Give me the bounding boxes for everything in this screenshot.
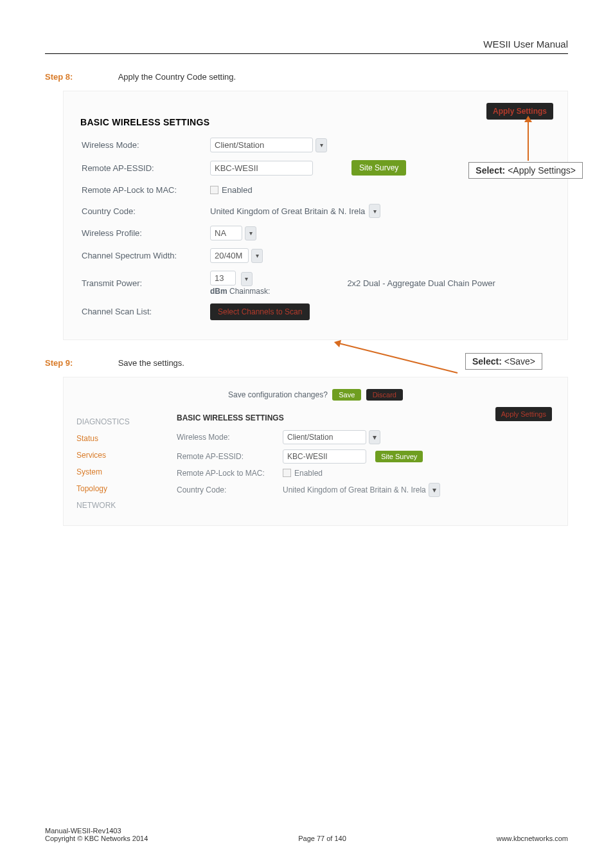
dbm-label: dBm [210,287,227,296]
mini-site-survey-button[interactable]: Site Survey [375,451,423,462]
callout-apply-settings: Select: <Apply Settings> [468,162,583,179]
row-remote-ap-lock: Remote AP-Lock to MAC: Enabled [80,179,551,200]
remote-ap-essid-label: Remote AP-ESSID: [82,163,210,173]
select-channels-button[interactable]: Select Channels to Scan [210,303,310,320]
doc-footer: Manual-WESII-Rev1403 Copyright © KBC Net… [45,827,568,842]
chevron-down-icon[interactable]: ▾ [241,272,253,286]
sidebar-item-services[interactable]: Services [75,447,159,464]
sidebar-item-topology[interactable]: Topology [75,480,159,497]
save-prompt: Save configuration changes? [228,390,328,399]
wireless-mode-label: Wireless Mode: [82,140,210,150]
chevron-down-icon[interactable]: ▾ [315,138,327,152]
mini-remote-ap-lock-checkbox[interactable] [283,469,291,477]
row-transmit-power: Transmit Power: 13 ▾ dBm Chainmask: 2x2 … [80,267,551,300]
mini-country-code-value: United Kingdom of Great Britain & N. Ire… [283,485,426,494]
callout1-prefix: Select: [475,165,505,176]
row-channel-scan-list: Channel Scan List: Select Channels to Sc… [80,300,551,324]
remote-ap-lock-value: Enabled [222,185,253,195]
callout2-prefix: Select: [472,356,502,366]
row-wireless-mode: Wireless Mode: Client/Station ▾ [80,134,551,156]
callout1-value: <Apply Settings> [508,165,576,176]
sidebar-item-status[interactable]: Status [75,430,159,447]
chain-power-text: 2x2 Dual - Aggregate Dual Chain Power [347,278,495,288]
chainmask-label: Chainmask: [229,287,270,296]
save-bar: Save configuration changes? Save Discard [75,385,556,410]
country-code-label: Country Code: [82,206,210,216]
chevron-down-icon[interactable]: ▾ [369,204,380,218]
mini-wireless-mode-label: Wireless Mode: [177,433,283,442]
mini-wireless-mode-select[interactable]: Client/Station [283,430,366,444]
mini-remote-ap-lock-value: Enabled [294,469,323,478]
remote-ap-lock-checkbox[interactable] [210,186,218,194]
remote-ap-essid-input[interactable]: KBC-WESII [210,161,313,176]
sidebar-item-network: NETWORK [75,497,159,514]
apply-settings-button[interactable]: Apply Settings [486,103,553,120]
step8-text: Apply the Country Code setting. [118,72,236,82]
transmit-power-label: Transmit Power: [82,278,210,288]
chevron-down-icon[interactable]: ▾ [251,249,263,263]
mini-country-code-label: Country Code: [177,485,283,494]
step8-line: Step 8: Apply the Country Code setting. [45,72,568,82]
wireless-profile-label: Wireless Profile: [82,228,210,238]
mini-remote-ap-lock-label: Remote AP-Lock to MAC: [177,469,283,478]
footer-left-line2: Copyright © KBC Networks 2014 [45,835,148,842]
step9-text: Save the settings. [118,358,184,368]
mini-remote-ap-essid-label: Remote AP-ESSID: [177,452,283,461]
chevron-down-icon[interactable]: ▾ [429,483,440,497]
panel1-section-title: BASIC WIRELESS SETTINGS [80,117,551,127]
chevron-down-icon[interactable]: ▾ [369,430,380,444]
callout2-value: <Save> [504,356,535,366]
transmit-power-input[interactable]: 13 [210,271,236,285]
save-button[interactable]: Save [332,389,361,401]
country-code-value: United Kingdom of Great Britain & N. Ire… [210,206,365,216]
step8-label: Step 8: [45,72,116,82]
apply-settings-button-small[interactable]: Apply Settings [495,407,552,421]
mini-row-country-code: Country Code: United Kingdom of Great Br… [177,480,556,500]
row-country-code: Country Code: United Kingdom of Great Br… [80,200,551,222]
sidebar: DIAGNOSTICS Status Services System Topol… [75,410,159,514]
sidebar-item-diagnostics: DIAGNOSTICS [75,413,159,430]
discard-button[interactable]: Discard [366,389,403,401]
channel-spectrum-label: Channel Spectrum Width: [82,251,210,260]
step9-label: Step 9: [45,358,116,368]
mini-row-remote-ap-lock: Remote AP-Lock to MAC: Enabled [177,466,556,480]
panel1: Apply Settings Select: <Apply Settings> … [63,91,568,340]
panel2: Save configuration changes? Save Discard… [63,377,568,526]
footer-center: Page 77 of 140 [298,835,346,842]
mini-row-wireless-mode: Wireless Mode: Client/Station ▾ [177,428,556,447]
arrow-icon [528,120,529,161]
wireless-profile-select[interactable]: NA [210,226,242,240]
mini-remote-ap-essid-input[interactable]: KBC-WESII [283,449,366,464]
channel-spectrum-select[interactable]: 20/40M [210,248,249,263]
row-channel-spectrum: Channel Spectrum Width: 20/40M ▾ [80,244,551,267]
footer-left-line1: Manual-WESII-Rev1403 [45,827,148,835]
row-wireless-profile: Wireless Profile: NA ▾ [80,222,551,244]
channel-scan-list-label: Channel Scan List: [82,307,210,316]
site-survey-button[interactable]: Site Survey [351,160,406,176]
footer-right: www.kbcnetworks.com [497,835,568,842]
mini-row-remote-ap-essid: Remote AP-ESSID: KBC-WESII Site Survey [177,447,556,466]
callout-save: Select: <Save> [465,353,542,370]
remote-ap-lock-label: Remote AP-Lock to MAC: [82,185,210,195]
wireless-mode-select[interactable]: Client/Station [210,138,313,152]
doc-header-title: WESII User Manual [45,39,568,54]
sidebar-item-system[interactable]: System [75,464,159,480]
chevron-down-icon[interactable]: ▾ [245,226,256,240]
